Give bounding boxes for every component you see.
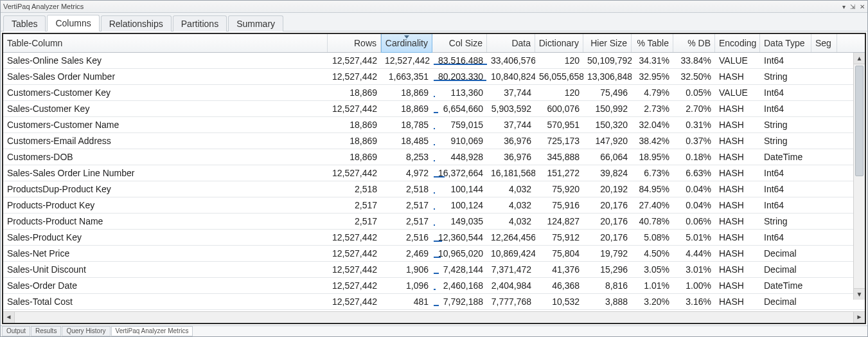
- cell-hierSize: 150,992: [583, 104, 632, 114]
- cell-dataType: String: [760, 136, 811, 146]
- cell-pctTable: 2.73%: [632, 104, 673, 114]
- cell-cardinality: 4,972: [381, 168, 432, 178]
- cell-data: 10,840,824: [487, 71, 535, 82]
- bottom-tab-query-history[interactable]: Query History: [62, 326, 110, 336]
- horizontal-scrollbar[interactable]: ◄ ►: [3, 311, 865, 323]
- table-row[interactable]: Customers-Customer Key18,86918,869113,36…: [3, 85, 865, 101]
- scroll-up-arrow-icon[interactable]: ▲: [854, 53, 865, 64]
- column-header-dataType[interactable]: Data Type: [760, 34, 811, 52]
- scroll-thumb[interactable]: [855, 66, 864, 176]
- cell-pctDb: 33.84%: [673, 55, 715, 66]
- cell-hierSize: 20,176: [583, 216, 632, 226]
- table-row[interactable]: ProductsDup-Product Key2,5182,518100,144…: [3, 181, 865, 197]
- cell-rows: 2,517: [328, 200, 381, 210]
- panel-close-icon[interactable]: ✕: [860, 3, 865, 10]
- cell-dictionary: 75,912: [535, 232, 583, 242]
- cell-pctTable: 4.50%: [632, 248, 673, 259]
- cell-cardinality: 481: [381, 296, 432, 307]
- column-header-pctDb[interactable]: % DB: [673, 34, 715, 52]
- cell-dictionary: 124,827: [535, 216, 583, 226]
- column-header-tableColumn[interactable]: Table-Column: [3, 34, 328, 52]
- cell-cardinality: 18,869: [381, 87, 432, 98]
- cell-colSize: 16,372,664: [432, 168, 487, 178]
- cell-dictionary: 10,532: [535, 296, 583, 307]
- table-row[interactable]: Sales-Sales Order Number12,527,4421,663,…: [3, 69, 865, 85]
- cell-pctDb: 0.37%: [673, 136, 715, 146]
- table-row[interactable]: Sales-Sales Order Line Number12,527,4424…: [3, 165, 865, 181]
- cell-encoding: VALUE: [715, 87, 760, 98]
- cell-data: 36,976: [487, 152, 535, 162]
- tab-partitions[interactable]: Partitions: [173, 15, 227, 32]
- cell-data: 37,744: [487, 120, 535, 130]
- column-header-cardinality[interactable]: Cardinality: [381, 33, 432, 53]
- panel-pin-icon[interactable]: ⇲: [850, 3, 855, 10]
- cell-cardinality: 2,518: [381, 184, 432, 194]
- cell-dataType: Decimal: [760, 264, 811, 275]
- scroll-right-arrow-icon[interactable]: ►: [853, 312, 865, 323]
- cell-data: 2,404,984: [487, 280, 535, 291]
- column-header-encoding[interactable]: Encoding: [715, 34, 760, 52]
- column-header-data[interactable]: Data: [487, 34, 535, 52]
- cell-pctDb: 0.31%: [673, 120, 715, 130]
- cell-dictionary: 151,272: [535, 168, 583, 178]
- cell-pctDb: 3.16%: [673, 296, 715, 307]
- bottom-tab-results[interactable]: Results: [31, 326, 61, 336]
- table-row[interactable]: Customers-DOB18,8698,253448,92836,976345…: [3, 149, 865, 165]
- column-header-seg[interactable]: Seg: [811, 34, 837, 52]
- table-row[interactable]: Sales-Total Cost12,527,4424817,792,1887,…: [3, 294, 865, 310]
- column-header-rows[interactable]: Rows: [328, 34, 381, 52]
- cell-colSize: 7,428,144: [432, 264, 487, 275]
- cell-colSize: 12,360,544: [432, 232, 487, 242]
- cell-rows: 12,527,442: [328, 264, 381, 275]
- column-header-pctTable[interactable]: % Table: [632, 34, 673, 52]
- cell-cardinality: 18,485: [381, 136, 432, 146]
- cell-data: 12,264,456: [487, 232, 535, 242]
- tab-columns[interactable]: Columns: [47, 15, 99, 32]
- cell-rows: 12,527,442: [328, 104, 381, 114]
- column-header-dictionary[interactable]: Dictionary: [535, 34, 583, 52]
- cell-hierSize: 20,176: [583, 232, 632, 242]
- bottom-tab-vertipaq-analyzer-metrics[interactable]: VertiPaq Analyzer Metrics: [111, 326, 193, 336]
- table-row[interactable]: Sales-Online Sales Key12,527,44212,527,4…: [3, 53, 865, 69]
- cell-encoding: HASH: [715, 152, 760, 162]
- grid-body[interactable]: Sales-Online Sales Key12,527,44212,527,4…: [3, 53, 865, 311]
- cell-cardinality: 2,517: [381, 216, 432, 226]
- column-header-hierSize[interactable]: Hier Size: [583, 34, 632, 52]
- bottom-tab-output[interactable]: Output: [2, 326, 30, 336]
- cell-data: 4,032: [487, 200, 535, 210]
- tab-tables[interactable]: Tables: [3, 15, 46, 32]
- table-row[interactable]: Sales-Customer Key12,527,44218,8696,654,…: [3, 101, 865, 117]
- column-header-colSize[interactable]: Col Size: [432, 34, 487, 52]
- cell-hierSize: 39,824: [583, 168, 632, 178]
- cell-colSize: 80,203,330: [432, 71, 487, 82]
- table-row[interactable]: Sales-Order Date12,527,4421,0962,460,168…: [3, 278, 865, 294]
- cell-encoding: HASH: [715, 264, 760, 275]
- bottom-tabstrip: OutputResultsQuery HistoryVertiPaq Analy…: [1, 325, 867, 336]
- cell-cardinality: 8,253: [381, 152, 432, 162]
- table-row[interactable]: Sales-Product Key12,527,4422,51612,360,5…: [3, 230, 865, 246]
- table-row[interactable]: Products-Product Name2,5172,517149,0354,…: [3, 214, 865, 230]
- cell-dataType: Int64: [760, 104, 811, 114]
- cell-tableColumn: Sales-Customer Key: [3, 104, 328, 114]
- cell-tableColumn: Customers-DOB: [3, 152, 328, 162]
- cell-colSize: 149,035: [432, 216, 487, 226]
- cell-encoding: HASH: [715, 104, 760, 114]
- vertical-scrollbar[interactable]: ▲ ▼: [853, 53, 865, 300]
- panel-dropdown-icon[interactable]: ▾: [842, 3, 846, 10]
- table-row[interactable]: Sales-Unit Discount12,527,4421,9067,428,…: [3, 262, 865, 278]
- cell-pctTable: 84.95%: [632, 184, 673, 194]
- cell-tableColumn: Customers-Email Address: [3, 136, 328, 146]
- scroll-down-arrow-icon[interactable]: ▼: [854, 288, 865, 300]
- cell-dataType: DateTime: [760, 152, 811, 162]
- cell-pctTable: 34.31%: [632, 55, 673, 66]
- tab-summary[interactable]: Summary: [228, 15, 283, 32]
- table-row[interactable]: Customers-Customer Name18,86918,785759,0…: [3, 117, 865, 133]
- table-row[interactable]: Customers-Email Address18,86918,485910,0…: [3, 133, 865, 149]
- scroll-left-arrow-icon[interactable]: ◄: [3, 312, 15, 323]
- table-row[interactable]: Products-Product Key2,5172,517100,1244,0…: [3, 197, 865, 214]
- cell-dictionary: 46,368: [535, 280, 583, 291]
- table-row[interactable]: Sales-Net Price12,527,4422,46910,965,020…: [3, 246, 865, 262]
- cell-pctDb: 0.04%: [673, 184, 715, 194]
- cell-cardinality: 18,869: [381, 104, 432, 114]
- tab-relationships[interactable]: Relationships: [101, 15, 172, 32]
